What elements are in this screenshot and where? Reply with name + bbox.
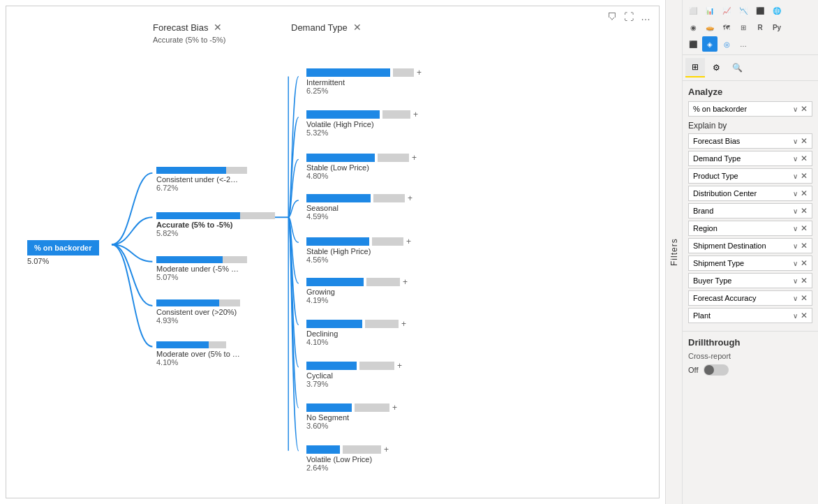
- explain-by-label: Explain by: [688, 121, 812, 131]
- demand-plus-1[interactable]: +: [417, 68, 422, 77]
- analyze-dropdown[interactable]: % on backorder ∨ ✕: [688, 101, 812, 117]
- demand-value-1: 6.25%: [306, 87, 422, 95]
- expand-icon[interactable]: ⛶: [623, 10, 635, 23]
- panel-icon-fields[interactable]: ⊞: [685, 58, 705, 77]
- explain-x-10[interactable]: ✕: [801, 293, 808, 303]
- demand-plus-3[interactable]: +: [412, 153, 417, 163]
- explain-chevron-1: ∨: [793, 138, 798, 145]
- explain-chevron-4: ∨: [793, 190, 798, 198]
- viz-icon-4[interactable]: 📉: [736, 3, 751, 18]
- viz-icon-py[interactable]: Py: [769, 20, 784, 35]
- explain-item-buyer-type[interactable]: Buyer Type ∨ ✕: [688, 273, 812, 288]
- branch-label-selected: Accurate (5% to -5%): [156, 221, 275, 229]
- explain-item-shipment-type[interactable]: Shipment Type ∨ ✕: [688, 255, 812, 271]
- demand-bar-blue-5: [306, 237, 369, 246]
- explain-chevron-11: ∨: [793, 312, 798, 320]
- viz-icon-10[interactable]: ⊞: [736, 20, 751, 35]
- viz-icon-8[interactable]: 🥧: [702, 20, 717, 35]
- demand-plus-4[interactable]: +: [408, 193, 412, 203]
- forecast-bias-panel: Forecast Bias ✕ Accurate (5% to -5%): [153, 22, 226, 44]
- forecast-bias-close[interactable]: ✕: [214, 22, 222, 33]
- panel-icon-format[interactable]: ⚙: [706, 58, 726, 77]
- demand-bar-gray-2: [382, 110, 410, 119]
- branch-bar-gray-mod: [223, 256, 247, 263]
- demand-plus-7[interactable]: +: [401, 319, 406, 329]
- explain-x-1[interactable]: ✕: [801, 136, 808, 146]
- root-node: % on backorder 5.07%: [27, 240, 99, 265]
- explain-x-11[interactable]: ✕: [801, 311, 808, 320]
- panel-icon-analyze[interactable]: 🔍: [727, 58, 747, 77]
- demand-value-10: 2.64%: [306, 464, 389, 472]
- explain-item-forecast-accuracy[interactable]: Forecast Accuracy ∨ ✕: [688, 290, 812, 306]
- demand-bar-blue-3: [306, 154, 375, 162]
- explain-chevron-6: ∨: [793, 225, 798, 232]
- explain-item-plant[interactable]: Plant ∨ ✕: [688, 308, 812, 323]
- explain-x-7[interactable]: ✕: [801, 241, 808, 251]
- filter-icon[interactable]: ⛉: [606, 10, 618, 23]
- explain-x-3[interactable]: ✕: [801, 171, 808, 181]
- demand-label-10: Volatile (Low Price): [306, 455, 389, 464]
- explain-chevron-3: ∨: [793, 172, 798, 180]
- viz-icon-html[interactable]: ⬛: [685, 36, 701, 52]
- explain-item-region[interactable]: Region ∨ ✕: [688, 221, 812, 236]
- demand-label-3: Stable (Low Price): [306, 163, 417, 172]
- viz-icon-dots[interactable]: …: [736, 36, 751, 52]
- branch-consistent-under: Consistent under (<-2… 6.72%: [156, 167, 247, 192]
- viz-icon-active[interactable]: ◈: [702, 36, 717, 52]
- viz-icons-section: ⬜ 📊 📈 📉 ⬛ 🌐 ◉ 🥧 🗺 ⊞ R Py ⬛ ◈ ◎ …: [683, 0, 818, 55]
- drillthrough-section: Drillthrough Cross-report Off: [683, 331, 818, 381]
- analyze-dropdown-x[interactable]: ✕: [801, 104, 808, 114]
- viz-icon-1[interactable]: ⬜: [685, 3, 701, 18]
- explain-item-shipment-destination[interactable]: Shipment Destination ∨ ✕: [688, 238, 812, 253]
- demand-type-close[interactable]: ✕: [353, 22, 362, 33]
- demand-plus-5[interactable]: +: [406, 237, 411, 246]
- demand-value-2: 5.32%: [306, 128, 418, 137]
- demand-plus-8[interactable]: +: [397, 361, 402, 371]
- more-options-icon[interactable]: …: [639, 10, 652, 23]
- explain-x-6[interactable]: ✕: [801, 223, 808, 233]
- cross-report-toggle[interactable]: [704, 364, 729, 376]
- demand-bar-gray-3: [378, 154, 409, 162]
- branch-bar-blue: [156, 167, 226, 174]
- explain-x-4[interactable]: ✕: [801, 188, 808, 198]
- explain-item-text-8: Shipment Type: [693, 259, 793, 267]
- demand-plus-9[interactable]: +: [392, 403, 397, 413]
- viz-icon-3[interactable]: 📈: [719, 3, 734, 18]
- demand-volatile-low: + Volatile (Low Price) 2.64%: [306, 445, 389, 472]
- demand-plus-2[interactable]: +: [413, 110, 418, 119]
- viz-icon-5[interactable]: ⬛: [752, 3, 768, 18]
- branch-bar-blue-cov: [156, 299, 219, 306]
- filters-tab[interactable]: Filters: [665, 0, 682, 504]
- demand-value-7: 4.10%: [306, 338, 406, 346]
- explain-x-5[interactable]: ✕: [801, 206, 808, 216]
- demand-bar-gray-8: [359, 362, 394, 370]
- viz-icon-9[interactable]: 🗺: [719, 20, 734, 35]
- explain-item-brand[interactable]: Brand ∨ ✕: [688, 203, 812, 218]
- viz-icon-2[interactable]: 📊: [702, 3, 717, 18]
- demand-plus-6[interactable]: +: [403, 277, 408, 287]
- explain-x-9[interactable]: ✕: [801, 276, 808, 286]
- viz-icon-circle[interactable]: ◎: [719, 36, 734, 52]
- explain-x-8[interactable]: ✕: [801, 258, 808, 268]
- explain-item-forecast-bias[interactable]: Forecast Bias ∨ ✕: [688, 133, 812, 149]
- explain-item-demand-type[interactable]: Demand Type ∨ ✕: [688, 151, 812, 166]
- branch-accurate: Accurate (5% to -5%) 5.82%: [156, 212, 275, 237]
- branch-value: 6.72%: [156, 184, 247, 192]
- explain-x-2[interactable]: ✕: [801, 154, 808, 163]
- demand-bar-gray-7: [365, 320, 399, 328]
- viz-icon-r[interactable]: R: [752, 20, 768, 35]
- branch-label-cov: Consistent over (>20%): [156, 308, 240, 316]
- demand-value-9: 3.60%: [306, 422, 397, 430]
- demand-plus-10[interactable]: +: [384, 445, 389, 454]
- demand-type-title: Demand Type: [291, 22, 348, 33]
- viz-icon-7[interactable]: ◉: [685, 20, 701, 35]
- demand-value-8: 3.79%: [306, 380, 402, 388]
- viz-icon-6[interactable]: 🌐: [769, 3, 784, 18]
- explain-item-product-type[interactable]: Product Type ∨ ✕: [688, 168, 812, 184]
- demand-bar-blue-9: [306, 403, 352, 412]
- explain-item-text-11: Plant: [693, 311, 793, 320]
- demand-label-6: Growing: [306, 288, 408, 296]
- toggle-label: Off: [688, 366, 698, 374]
- toggle-thumb: [704, 365, 714, 375]
- explain-item-distribution-center[interactable]: Distribution Center ∨ ✕: [688, 186, 812, 201]
